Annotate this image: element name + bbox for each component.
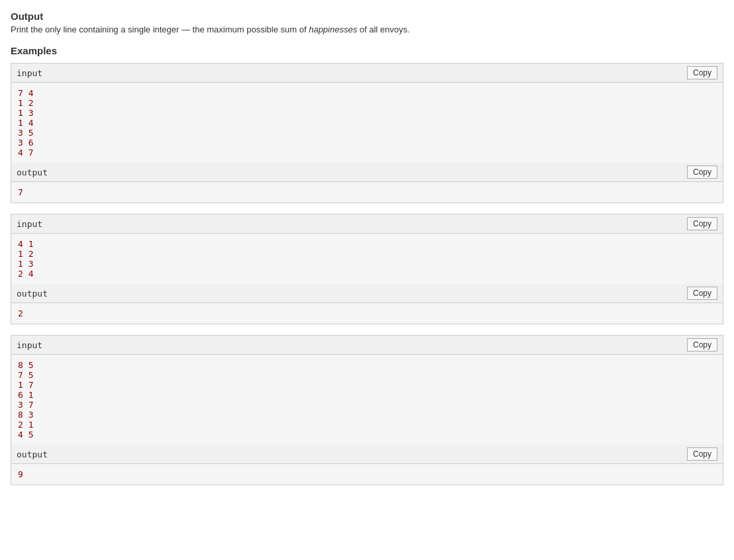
description-italic: happinesses xyxy=(309,24,357,34)
input-copy-button-2[interactable]: Copy xyxy=(687,217,717,230)
output-label-3: output xyxy=(17,449,48,459)
input-label-1: input xyxy=(17,68,42,78)
input-copy-button-3[interactable]: Copy xyxy=(687,338,717,351)
output-header-3: outputCopy xyxy=(11,445,723,464)
output-copy-button-1[interactable]: Copy xyxy=(687,165,717,179)
input-header-1: inputCopy xyxy=(11,64,723,83)
output-description-section: Output Print the only line containing a … xyxy=(11,11,723,34)
input-label-3: input xyxy=(17,340,42,350)
output-header-1: outputCopy xyxy=(11,163,723,182)
output-content-1: 7 xyxy=(11,182,723,203)
output-copy-button-2[interactable]: Copy xyxy=(687,287,717,300)
example-block-3: inputCopy8 5 7 5 1 7 6 1 3 7 8 3 2 1 4 5… xyxy=(11,335,723,485)
examples-container: inputCopy7 4 1 2 1 3 1 4 3 5 3 6 4 7outp… xyxy=(11,63,723,485)
input-content-2: 4 1 1 2 1 3 2 4 xyxy=(11,234,723,284)
output-label-2: output xyxy=(17,289,48,299)
input-content-3: 8 5 7 5 1 7 6 1 3 7 8 3 2 1 4 5 xyxy=(11,355,723,445)
output-description: Print the only line containing a single … xyxy=(11,24,723,34)
input-copy-button-1[interactable]: Copy xyxy=(687,66,717,79)
description-suffix: of all envoys. xyxy=(357,24,410,34)
output-title: Output xyxy=(11,11,723,22)
input-content-1: 7 4 1 2 1 3 1 4 3 5 3 6 4 7 xyxy=(11,83,723,163)
example-block-2: inputCopy4 1 1 2 1 3 2 4outputCopy2 xyxy=(11,214,723,324)
input-header-2: inputCopy xyxy=(11,214,723,234)
input-label-2: input xyxy=(17,219,42,229)
examples-title: Examples xyxy=(11,45,723,56)
output-label-1: output xyxy=(17,167,48,177)
output-content-3: 9 xyxy=(11,464,723,485)
description-prefix: Print the only line containing a single … xyxy=(11,24,309,34)
input-header-3: inputCopy xyxy=(11,336,723,355)
example-block-1: inputCopy7 4 1 2 1 3 1 4 3 5 3 6 4 7outp… xyxy=(11,63,723,203)
output-copy-button-3[interactable]: Copy xyxy=(687,447,717,461)
output-content-2: 2 xyxy=(11,303,723,324)
output-header-2: outputCopy xyxy=(11,284,723,303)
